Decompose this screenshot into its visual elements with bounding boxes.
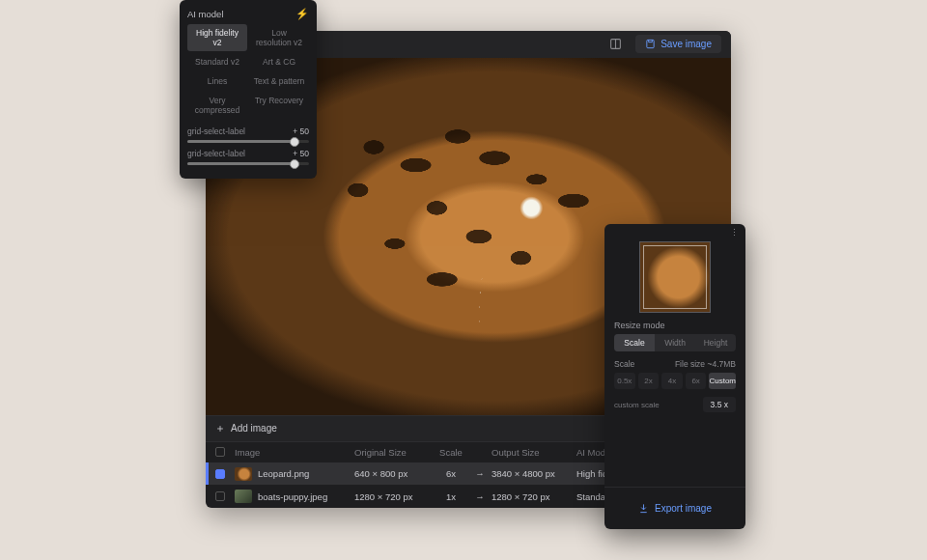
model-option[interactable]: Text & pattern [249,72,309,90]
more-icon[interactable]: ⋮ [730,228,740,238]
col-scale: Scale [434,447,468,458]
row-checkbox[interactable] [215,491,225,501]
preview-thumbnail[interactable] [639,241,711,313]
compare-icon[interactable] [604,34,626,55]
mode-height[interactable]: Height [695,334,736,351]
col-original: Original Size [354,447,430,458]
mode-scale[interactable]: Scale [614,334,655,351]
resize-mode-segment: Scale Width Height [614,334,736,351]
svg-rect-1 [647,41,654,48]
save-image-button[interactable]: Save image [635,35,721,53]
scale-option[interactable]: 0.5x [614,373,635,389]
custom-scale-label: custom scale [614,401,660,409]
add-image-button[interactable]: Add image [215,423,277,434]
slider-value: 50 [300,149,309,158]
select-all-checkbox[interactable] [215,447,225,457]
slider-label: grid-select-label [187,126,245,136]
model-option[interactable]: Low resolution v2 [249,24,309,51]
slider[interactable] [187,162,309,165]
arrow-right-icon: → [472,491,488,502]
add-image-label: Add image [231,423,277,434]
bolt-icon: ⚡ [295,8,309,20]
resize-mode-label: Resize mode [604,321,745,334]
save-image-label: Save image [660,39,712,49]
model-option[interactable]: Art & CG [249,53,309,70]
model-option[interactable]: Very compressed [187,92,247,119]
filesize-label: File size ~4.7MB [675,359,736,369]
scale-option[interactable]: 4x [661,373,683,389]
slider-label: grid-select-label [187,149,245,158]
scale-option[interactable]: 2x [638,373,660,389]
row-checkbox[interactable] [215,469,225,479]
model-option[interactable]: High fidelity v2 [187,24,247,51]
panel-title: AI model [187,9,224,19]
resize-panel: ⋮ Resize mode Scale Width Height Scale F… [604,224,745,529]
row-thumbnail [235,490,252,503]
scale-option-custom[interactable]: Custom [709,373,736,389]
scale-option[interactable]: 6x [686,373,707,389]
custom-scale-input[interactable]: 3.5 x [703,397,736,412]
row-thumbnail [235,467,252,481]
scale-label: Scale [614,359,634,369]
row-filename: boats-puppy.jpeg [258,491,327,502]
arrow-right-icon: → [472,468,488,479]
row-scale: 1x [434,491,468,502]
row-original: 1280 × 720 px [354,491,430,502]
model-option[interactable]: Lines [187,72,247,90]
row-original: 640 × 800 px [354,468,430,479]
model-option[interactable]: Standard v2 [187,53,247,70]
export-image-label: Export image [655,503,712,514]
row-output: 3840 × 4800 px [492,468,573,479]
model-option[interactable]: Try Recovery [249,92,309,119]
ai-model-panel: AI model ⚡ High fidelity v2 Low resoluti… [180,0,317,179]
export-image-button[interactable]: Export image [614,497,736,519]
row-filename: Leopard.png [258,468,309,479]
slider-value: 50 [300,126,309,136]
col-output: Output Size [492,447,573,458]
slider[interactable] [187,140,309,143]
row-scale: 6x [434,468,468,479]
col-image: Image [235,447,351,458]
row-output: 1280 × 720 px [492,491,573,502]
mode-width[interactable]: Width [655,334,695,351]
